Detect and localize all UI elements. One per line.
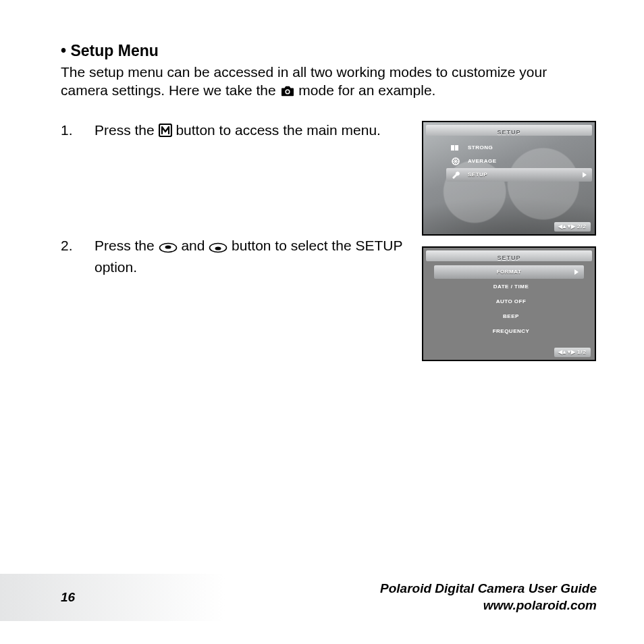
nav-arrows-icon: ◀▲▼▶	[558, 349, 574, 355]
lcd1-titlebar: SETUP	[426, 125, 592, 136]
step-1: 1. Press the button to access the main m…	[61, 121, 408, 142]
down-button-icon	[209, 239, 227, 258]
step-text: Press the button to access the main menu…	[95, 121, 408, 142]
step-1-pre: Press the	[95, 122, 159, 138]
svg-point-4	[165, 245, 171, 248]
content-columns: 1. Press the button to access the main m…	[61, 121, 597, 361]
lcd2-row-datetime: DATE / TIME	[426, 280, 592, 294]
lcd1-row-setup: SETUP	[446, 168, 592, 182]
footer-url: www.polaroid.com	[380, 597, 597, 614]
step-text: Press the and button to select the SETUP…	[95, 236, 408, 277]
intro-paragraph: The setup menu can be accessed in all tw…	[61, 63, 597, 102]
step-2: 2. Press the and button to select the SE…	[61, 236, 408, 277]
lcd1-row-label: STRONG	[468, 144, 592, 151]
lcd2-row-label: AUTO OFF	[496, 298, 527, 304]
camera-icon	[280, 83, 295, 101]
lcd1-row-label: SETUP	[468, 171, 592, 178]
section-title-row: • Setup Menu	[61, 42, 597, 60]
footer-guide-title: Polaroid Digital Camera User Guide	[380, 581, 597, 597]
step-number: 2.	[61, 236, 95, 277]
lcd1-row-strong: STRONG	[446, 141, 592, 155]
lcd1-page-indicator: 2/2	[577, 223, 587, 230]
svg-rect-2	[159, 124, 171, 136]
screenshots-column: SETUP STRONG AVERAGE SETUP	[422, 121, 597, 361]
lcd2-row-label: DATE / TIME	[493, 284, 529, 290]
lcd-screenshot-2: SETUP FORMAT DATE / TIME AUTO OFF BEEP	[422, 246, 596, 361]
lcd2-row-frequency: FREQUENCY	[426, 325, 592, 338]
step-1-post: button to access the main menu.	[176, 122, 381, 138]
nav-arrows-icon: ◀▲▼▶	[558, 223, 574, 230]
svg-point-6	[215, 246, 221, 250]
menu-button-icon	[159, 123, 172, 142]
lcd2-row-label: FORMAT	[497, 269, 522, 275]
setup-wrench-icon	[450, 170, 461, 180]
svg-rect-8	[455, 145, 458, 151]
lcd2-row-format: FORMAT	[434, 265, 583, 279]
svg-rect-7	[451, 145, 454, 151]
lcd2-pager: ◀▲▼▶1/2	[554, 348, 591, 357]
svg-point-1	[286, 90, 288, 93]
lcd2-row-label: FREQUENCY	[493, 328, 530, 334]
lcd2-menu: FORMAT DATE / TIME AUTO OFF BEEP FREQUEN…	[426, 265, 592, 338]
lcd2-page-indicator: 1/2	[577, 349, 587, 355]
page-footer: 16 Polaroid Digital Camera User Guide ww…	[0, 574, 644, 621]
lcd1-row-label: AVERAGE	[468, 158, 592, 164]
sharpness-average-icon	[450, 157, 461, 166]
lcd2-title: SETUP	[497, 254, 520, 261]
up-button-icon	[159, 239, 178, 258]
lcd2-row-label: BEEP	[503, 313, 519, 319]
page-number: 16	[61, 590, 75, 605]
step-number: 1.	[61, 121, 95, 142]
manual-page: • Setup Menu The setup menu can be acces…	[0, 0, 644, 644]
lcd-screenshot-1: SETUP STRONG AVERAGE SETUP	[422, 121, 596, 236]
lcd2-titlebar: SETUP	[426, 250, 592, 261]
step-2-pre: Press the	[95, 238, 159, 253]
lcd2-row-beep: BEEP	[426, 310, 592, 323]
intro-text-2: mode for an example.	[298, 82, 435, 98]
lcd1-menu: STRONG AVERAGE SETUP	[446, 141, 592, 182]
section-title: • Setup Menu	[61, 42, 159, 59]
steps-column: 1. Press the button to access the main m…	[61, 121, 422, 277]
footer-tagline: Polaroid Digital Camera User Guide www.p…	[380, 581, 597, 614]
lcd1-row-average: AVERAGE	[446, 155, 592, 168]
lcd1-pager: ◀▲▼▶2/2	[554, 222, 591, 232]
lcd1-title: SETUP	[497, 129, 520, 136]
sharpness-strong-icon	[450, 143, 461, 153]
lcd2-row-autooff: AUTO OFF	[426, 295, 592, 308]
step-2-mid: and	[181, 238, 209, 253]
